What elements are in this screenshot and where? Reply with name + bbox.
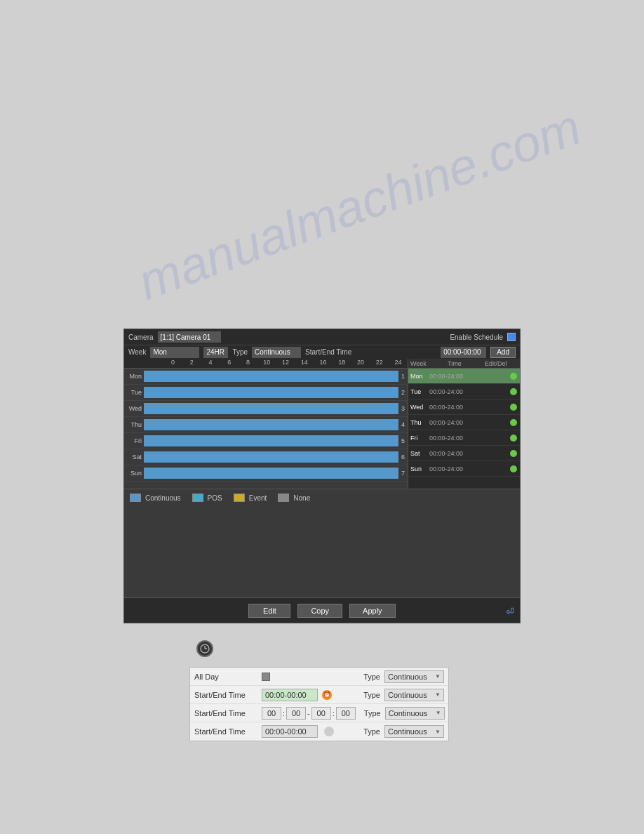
sched-dot-sun <box>510 465 517 472</box>
table-row: Mon 1 <box>124 369 408 385</box>
schedule-list-panel: Week Time Edit/Del Mon 00:00-24:00 Tue 0… <box>408 359 520 489</box>
row-num-4: 4 <box>398 421 408 428</box>
day-label-sun: Sun <box>124 470 144 477</box>
edit-button[interactable]: Edit <box>248 604 290 618</box>
legend-event-box <box>234 494 245 502</box>
day-bar-mon[interactable] <box>144 371 398 382</box>
hr24-value[interactable]: 24HR <box>203 347 228 358</box>
clock-btn-1[interactable]: ⏰ <box>322 690 332 700</box>
week-label: Week <box>128 348 146 356</box>
hour-16: 16 <box>314 359 333 368</box>
camera-label: Camera <box>128 333 154 341</box>
row-num-1: 1 <box>398 373 408 380</box>
sched-dot-fri <box>510 435 517 442</box>
schedule-list-header: Week Time Edit/Del <box>408 359 520 369</box>
type-dropdown-2[interactable]: Continuous ▼ <box>384 689 444 701</box>
clock-btn-3[interactable] <box>324 727 334 736</box>
clock-icon[interactable] <box>196 640 213 657</box>
apply-button[interactable]: Apply <box>349 604 396 618</box>
camera-value: [1:1] Camera 01 <box>158 331 221 343</box>
hour-10: 10 <box>257 359 276 368</box>
spinner-mm2[interactable]: 00 <box>336 707 356 720</box>
sched-week-thu: Thu <box>408 419 428 426</box>
spinner-hh2[interactable]: 00 <box>311 707 331 720</box>
legend-row: Continuous POS Event None <box>124 489 520 506</box>
type-value-2: Continuous <box>388 691 427 699</box>
sched-time-sat: 00:00-24:00 <box>428 450 510 457</box>
time-field-1[interactable]: 00:00-00:00 <box>262 689 318 701</box>
day-bar-fri[interactable] <box>144 435 398 446</box>
type-dropdown-3[interactable]: Continuous ▼ <box>385 707 445 720</box>
sched-time-tue: 00:00-24:00 <box>428 388 510 395</box>
type-value[interactable]: Continuous <box>252 347 301 358</box>
day-bar-wed[interactable] <box>144 403 398 414</box>
startend-label-1: Start/End Time <box>194 691 257 699</box>
time-value-1: 00:00-00:00 <box>265 691 307 699</box>
time-input[interactable]: 00:00-00:00 <box>441 347 486 358</box>
edit-row-time3: Start/End Time 00:00-00:00 Type Continuo… <box>190 722 448 741</box>
startend-label-2: Start/End Time <box>194 709 257 717</box>
close-icon[interactable]: ⏎ <box>506 606 514 617</box>
day-rows: Mon 1 Tue 2 Wed <box>124 369 408 482</box>
dvr-header-row2: Week Mon 24HR Type Continuous Start/End … <box>124 345 520 359</box>
add-button[interactable]: Add <box>490 347 516 358</box>
day-bar-tue[interactable] <box>144 387 398 398</box>
enable-schedule-checkbox[interactable] <box>507 333 516 341</box>
schedule-grid: 0 2 4 6 8 10 12 14 16 18 20 22 24 Mon <box>124 359 408 489</box>
edit-row-allday: All Day Type Continuous ▼ <box>190 668 448 686</box>
time-field-3[interactable]: 00:00-00:00 <box>262 725 318 738</box>
spinner-hh1[interactable]: 00 <box>262 707 281 720</box>
hour-14: 14 <box>295 359 314 368</box>
dvr-schedule-window: Camera [1:1] Camera 01 Enable Schedule W… <box>123 329 521 623</box>
day-label-sat: Sat <box>124 454 144 461</box>
hour-18: 18 <box>333 359 351 368</box>
day-label-fri: Fri <box>124 437 144 444</box>
table-row: Fri 5 <box>124 433 408 449</box>
hour-12: 12 <box>276 359 295 368</box>
hour-24: 24 <box>389 359 408 368</box>
sched-dot-tue <box>510 388 517 395</box>
sched-dot-mon <box>510 373 517 380</box>
edit-row-time2: Start/End Time 00 : 00 - 00 : 00 Type Co… <box>190 704 448 722</box>
day-bar-sat[interactable] <box>144 451 398 463</box>
legend-continuous-box <box>130 494 141 502</box>
type-dropdown-1[interactable]: Continuous ▼ <box>384 670 444 683</box>
sched-week-wed: Wed <box>408 404 428 411</box>
sched-week-sat: Sat <box>408 450 428 457</box>
row-num-5: 5 <box>398 437 408 444</box>
sched-time-thu: 00:00-24:00 <box>428 419 510 426</box>
week-value[interactable]: Mon <box>150 347 199 358</box>
sched-week-sun: Sun <box>408 465 428 472</box>
type-label-2: Type <box>356 691 380 699</box>
row-num-2: 2 <box>398 389 408 396</box>
legend-pos-label: POS <box>208 494 222 502</box>
row-num-6: 6 <box>398 454 408 461</box>
chevron-down-icon-4: ▼ <box>435 729 441 735</box>
type-dropdown-4[interactable]: Continuous ▼ <box>384 725 444 738</box>
list-item[interactable]: Thu 00:00-24:00 <box>408 415 520 430</box>
sched-dot-thu <box>510 419 517 426</box>
list-item[interactable]: Fri 00:00-24:00 <box>408 430 520 446</box>
type-label-3: Type <box>364 709 381 717</box>
table-row: Wed 3 <box>124 401 408 417</box>
list-item[interactable]: Tue 00:00-24:00 <box>408 384 520 399</box>
list-item[interactable]: Sun 00:00-24:00 <box>408 461 520 477</box>
sched-dot-wed <box>510 404 517 411</box>
time-spinners: 00 : 00 - 00 : 00 <box>262 707 356 720</box>
watermark: manualmachine.com <box>130 98 588 311</box>
day-bar-sun[interactable] <box>144 468 398 479</box>
type-value-4: Continuous <box>388 727 427 736</box>
day-label-thu: Thu <box>124 421 144 428</box>
hour-20: 20 <box>351 359 370 368</box>
sched-time-fri: 00:00-24:00 <box>428 435 510 442</box>
row-num-7: 7 <box>398 470 408 477</box>
spinner-mm1[interactable]: 00 <box>286 707 306 720</box>
sched-week-mon: Mon <box>408 373 428 380</box>
table-row: Sun 7 <box>124 465 408 482</box>
day-bar-thu[interactable] <box>144 419 398 430</box>
list-item[interactable]: Mon 00:00-24:00 <box>408 369 520 384</box>
allday-checkbox[interactable] <box>262 673 270 681</box>
copy-button[interactable]: Copy <box>297 604 342 618</box>
list-item[interactable]: Sat 00:00-24:00 <box>408 446 520 461</box>
list-item[interactable]: Wed 00:00-24:00 <box>408 399 520 415</box>
